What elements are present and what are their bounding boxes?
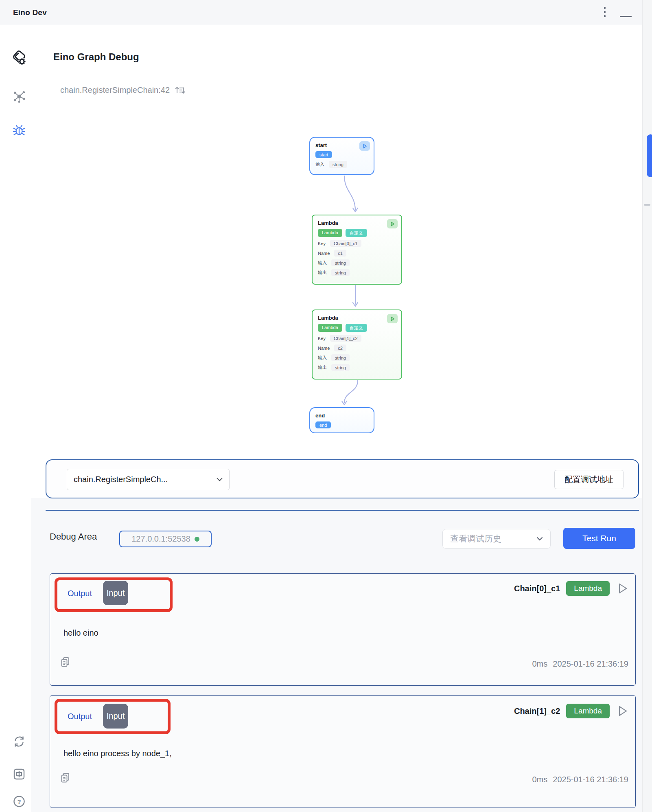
node-type-badge: start [315,151,332,158]
node-key-label: Key [318,241,326,246]
result-card-c2: Output Input Chain[1]_c2 Lambda hello ei… [50,695,636,808]
node-title: end [315,413,368,419]
run-config-panel: chain.RegisterSimpleCh... 配置调试地址 [46,459,639,498]
node-name-value: c2 [334,345,346,351]
node-input-label: 输入 [318,260,327,266]
node-key-value: Chain[1]_c2 [330,335,361,342]
node-name-value: c1 [334,250,346,257]
graph-view-icon[interactable] [13,90,26,103]
play-icon[interactable] [616,582,630,595]
graph-node-lambda-c1[interactable]: Lambda Lambda 自定义 KeyChain[0]_c1 Namec1 … [312,215,402,285]
result-node-type-badge: Lambda [566,581,610,596]
tab-input[interactable]: Input [103,581,128,605]
debug-area-label: Debug Area [50,531,97,542]
node-key-label: Key [318,336,326,341]
debug-history-select[interactable]: 查看调试历史 [442,529,551,549]
node-title: Lambda [318,220,396,226]
node-type-badge: Lambda [318,324,342,332]
sort-icon[interactable] [175,86,185,95]
connected-status-dot [195,537,199,542]
debug-address: 127.0.0.1:52538 [131,534,190,544]
node-input-type: string [331,259,350,266]
result-duration: 0ms [532,775,547,784]
language-icon[interactable] [12,767,26,781]
node-output-type: string [331,364,350,371]
resize-handle[interactable] [644,204,650,206]
node-output-type: string [331,269,350,276]
node-custom-badge: 自定义 [346,229,367,237]
node-name-label: Name [318,251,330,256]
node-input-type: string [329,161,347,168]
scrollbar-track [642,0,652,812]
page-title: Eino Graph Debug [53,51,139,63]
play-icon[interactable] [616,704,630,718]
more-menu-icon[interactable] [603,7,607,19]
configure-debug-address-button[interactable]: 配置调试地址 [554,470,624,489]
chevron-down-icon [217,478,223,481]
result-node-key: Chain[1]_c2 [514,707,560,716]
svg-text:?: ? [17,798,21,805]
node-output-label: 输出 [318,364,327,371]
copy-icon[interactable] [60,772,70,785]
graph-select-value: chain.RegisterSimpleCh... [74,475,168,484]
tab-input[interactable]: Input [103,704,128,729]
node-input-label: 输入 [318,355,327,361]
node-name-label: Name [318,346,330,351]
app-title: Eino Dev [13,0,47,25]
result-output-text: hello eino [63,628,98,638]
trace-id: chain.RegisterSimpleChain:42 [60,86,170,95]
debug-bug-icon[interactable] [12,123,26,137]
result-timestamp: 2025-01-16 21:36:19 [553,659,628,669]
result-duration: 0ms [532,659,547,669]
node-key-value: Chain[0]_c1 [330,240,361,247]
scrollbar-thumb[interactable] [647,134,652,177]
chevron-down-icon [536,537,543,541]
node-run-icon[interactable] [387,219,398,228]
graph-node-end[interactable]: end end [309,407,374,433]
sidebar: ? [0,25,31,812]
node-output-label: 输出 [318,270,327,276]
result-card-c1: Output Input Chain[0]_c1 Lambda hello ei… [50,573,636,686]
result-timestamp: 2025-01-16 21:36:19 [553,775,628,784]
section-divider [46,510,639,511]
app-logo-icon[interactable] [10,48,28,68]
debug-history-placeholder: 查看调试历史 [450,533,501,544]
tab-output[interactable]: Output [68,712,92,721]
help-icon[interactable]: ? [13,795,26,808]
minimize-icon[interactable] [620,16,632,17]
result-node-key: Chain[0]_c1 [514,584,560,593]
node-type-badge: end [315,421,331,428]
graph-select[interactable]: chain.RegisterSimpleCh... [67,469,230,490]
graph-node-lambda-c2[interactable]: Lambda Lambda 自定义 KeyChain[1]_c2 Namec2 … [312,309,402,380]
node-run-icon[interactable] [387,314,398,323]
node-custom-badge: 自定义 [346,324,367,332]
node-run-icon[interactable] [359,141,370,151]
debug-address-badge: 127.0.0.1:52538 [119,531,212,547]
tab-output[interactable]: Output [68,589,92,598]
node-title: Lambda [318,315,396,321]
graph-node-start[interactable]: start start 输入 string [309,137,374,175]
node-type-badge: Lambda [318,229,342,237]
copy-icon[interactable] [60,656,70,669]
titlebar: Eino Dev [0,0,652,25]
node-input-type: string [331,354,350,361]
refresh-icon[interactable] [13,735,25,748]
test-run-button[interactable]: Test Run [563,528,635,549]
node-input-label: 输入 [315,161,324,167]
result-output-text: hello eino process by node_1, [63,749,172,758]
result-node-type-badge: Lambda [566,704,610,718]
